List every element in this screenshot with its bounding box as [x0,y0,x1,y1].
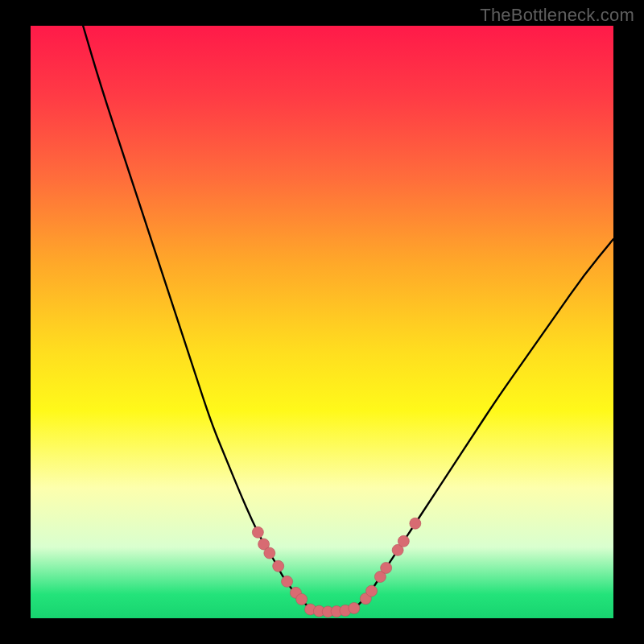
data-marker [349,602,360,613]
marker-group [252,518,420,617]
data-marker [252,526,263,538]
data-marker [366,585,378,597]
chart-svg [31,26,613,618]
watermark-text: TheBottleneck.com [480,5,634,26]
data-marker [410,518,421,529]
data-marker [264,547,275,559]
data-marker [296,593,308,605]
data-marker [381,562,392,573]
data-marker [282,576,293,587]
data-marker [398,535,409,547]
chart-frame: TheBottleneck.com [0,0,644,644]
plot-area [31,26,613,618]
data-marker [273,560,284,572]
bottleneck-curve [83,26,613,612]
series-group [83,26,613,612]
